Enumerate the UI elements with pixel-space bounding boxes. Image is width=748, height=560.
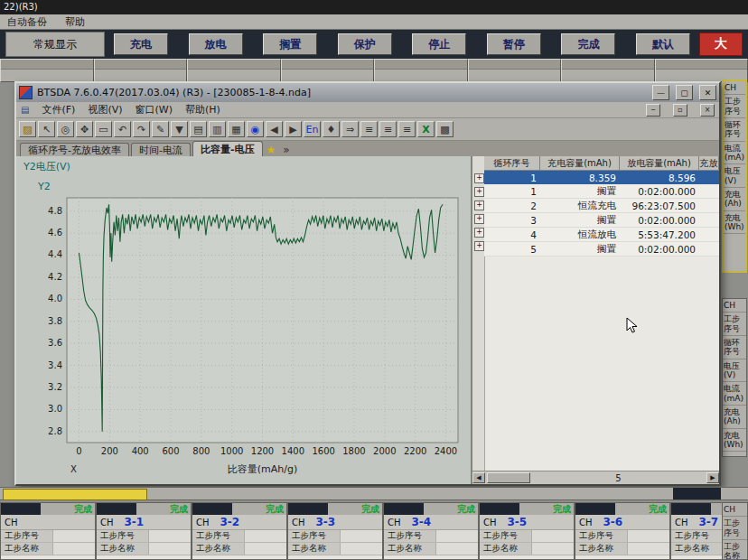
bottom-channel-cell-3-5[interactable]: 完成CH3-5工步序号工步名称	[479, 502, 575, 560]
list-icon[interactable]: ≡	[360, 121, 378, 137]
menu-2[interactable]: 窗口(W)	[135, 103, 172, 117]
close-button[interactable]: ✕	[699, 85, 716, 100]
control-button-4[interactable]: 停止	[412, 33, 466, 55]
open-file-icon[interactable]: ▨	[19, 121, 36, 137]
scroll-left-arrow[interactable]: ◀	[472, 472, 485, 483]
menu-3[interactable]: 帮助(H)	[185, 103, 220, 117]
expand-plus-icon[interactable]: +	[474, 201, 484, 210]
control-button-1[interactable]: 放电	[189, 33, 243, 55]
status-dark-block	[1, 503, 41, 515]
col-charge-capacity[interactable]: 充电容量(mAh)	[540, 156, 620, 171]
mdi-close-button[interactable]: ×	[700, 104, 715, 117]
table-header: 循环序号 充电容量(mAh) 放电容量(mAh) 充放	[484, 156, 719, 171]
channel-cell-top-4[interactable]	[374, 59, 468, 82]
excel-export-icon[interactable]: X	[417, 121, 435, 137]
step-row-2[interactable]: 2恒流充电96:23:07.500	[484, 199, 719, 213]
jump-icon[interactable]: ⇒	[341, 121, 359, 137]
pan-icon[interactable]: ✥	[76, 121, 93, 137]
expand-plus-icon[interactable]: +	[474, 228, 484, 238]
control-button-6[interactable]: 完成	[561, 33, 615, 55]
undo-icon[interactable]: ↶	[114, 121, 131, 137]
menu-1[interactable]: 视图(V)	[88, 103, 122, 117]
list-right-icon[interactable]: ≡	[398, 121, 416, 137]
save-icon[interactable]: ▥	[209, 121, 226, 137]
language-icon[interactable]: En	[304, 121, 321, 137]
side-item-1: 工步序号	[723, 313, 746, 336]
bottom-channel-cell-3-2[interactable]: 完成CH3-2工步序号工步名称	[192, 502, 287, 560]
status-dark-block	[671, 503, 711, 515]
redo-icon[interactable]: ↷	[133, 121, 150, 137]
control-button-5[interactable]: 暂停	[487, 33, 541, 55]
document-icon: ▤	[21, 105, 29, 115]
channel-cell-top-2[interactable]	[187, 59, 281, 82]
list-left-icon[interactable]: ≡	[379, 121, 397, 137]
display-mode-label[interactable]: 常规显示	[5, 32, 105, 57]
expand-plus-icon[interactable]: +	[474, 173, 484, 183]
table-hscrollbar[interactable]: ◀ 5 ▶	[472, 471, 719, 484]
step-row-5[interactable]: 5搁置0:02:00.000	[484, 242, 719, 257]
step-row-3[interactable]: 3搁置0:02:00.000	[484, 213, 719, 228]
filter-icon[interactable]: ▼	[171, 121, 188, 137]
step-row-4[interactable]: 4恒流放电5:53:47.200	[484, 228, 719, 242]
channel-cell-top-1[interactable]	[94, 59, 188, 82]
info-value	[340, 543, 382, 555]
zoom-icon[interactable]: ◎	[57, 121, 74, 137]
region-select-icon[interactable]: ▭	[95, 121, 112, 137]
channel-cell-top-3[interactable]	[281, 59, 375, 82]
step-time: 0:02:00.000	[620, 242, 699, 256]
hscroll-thumb[interactable]	[487, 472, 530, 483]
channel-cell-top-5[interactable]	[468, 59, 562, 82]
big-red-button[interactable]: 大	[699, 33, 743, 56]
channel-info-row-0: 工步序号	[575, 530, 669, 543]
folder-icon[interactable]: ▤	[190, 121, 207, 137]
bottom-channel-cell-3-6[interactable]: 完成CH3-6工步序号工步名称	[575, 502, 670, 560]
channel-status-row: 完成	[288, 503, 382, 515]
maximize-button[interactable]: ▢	[676, 85, 693, 100]
info-value	[244, 530, 286, 542]
grid-icon[interactable]: ▩	[436, 121, 453, 137]
chart-svg[interactable]: 4.84.64.44.24.03.83.63.43.23.02.80200400…	[16, 156, 471, 481]
scroll-right-arrow[interactable]: ▶	[706, 472, 719, 483]
bottom-channel-cell-3-1[interactable]: 完成CH3-1工步序号工步名称	[96, 502, 192, 560]
report-icon[interactable]: ▦	[228, 121, 245, 137]
marker-icon[interactable]: ♦	[323, 121, 340, 137]
expand-plus-icon[interactable]: +	[474, 214, 484, 224]
expand-plus-icon[interactable]: +	[474, 241, 484, 251]
desktop-menu-0[interactable]: 自动备份	[7, 15, 47, 29]
control-button-0[interactable]: 充电	[114, 33, 168, 55]
back-icon[interactable]: ◀	[266, 121, 283, 137]
minimize-button[interactable]: —	[652, 85, 669, 100]
channel-cell-top-0[interactable]	[0, 59, 94, 82]
channel-cell-top-6[interactable]	[561, 59, 655, 82]
channel-info-row-1: 工步名称	[288, 543, 382, 555]
side-item-3: 电压(V)	[723, 359, 746, 383]
menu-0[interactable]: 文件(F)	[42, 103, 75, 117]
app-hscrollbar[interactable]	[0, 487, 748, 500]
expand-plus-icon[interactable]: +	[474, 187, 484, 197]
bottom-channel-cell-3-4[interactable]: 完成CH3-4工步序号工步名称	[383, 502, 479, 560]
col-discharge-capacity[interactable]: 放电容量(mAh)	[620, 156, 699, 171]
control-button-2[interactable]: 搁置	[263, 33, 317, 55]
bottom-channel-cell-partial[interactable]: 完成CH工步序号工步名称	[0, 502, 96, 560]
info-label: 工步名称	[384, 543, 435, 555]
app-hscroll-thumb[interactable]	[3, 489, 147, 500]
globe-icon[interactable]: ◉	[247, 121, 264, 137]
channel-cell-header	[469, 60, 561, 70]
col-cycle[interactable]: 循环序号	[484, 156, 540, 171]
step-row-1[interactable]: 1搁置0:02:00.000	[484, 184, 719, 199]
cycle-row-selected[interactable]: 1 8.359 8.596	[484, 171, 719, 184]
forward-icon[interactable]: ▶	[285, 121, 302, 137]
bottom-channel-cell-3-3[interactable]: 完成CH3-3工步序号工步名称	[287, 502, 383, 560]
info-label: 工步序号	[384, 530, 435, 542]
cursor-icon[interactable]: ↖	[38, 121, 55, 137]
charge-capacity-value: 8.359	[540, 171, 620, 184]
mdi-minimize-button[interactable]: ‒	[646, 104, 660, 117]
col-efficiency-partial[interactable]: 充放	[699, 156, 719, 171]
control-button-3[interactable]: 保护	[338, 33, 392, 55]
mdi-restore-button[interactable]: ▫	[673, 104, 687, 117]
pen-icon[interactable]: ✎	[152, 121, 169, 137]
titlebar[interactable]: BTSDA 7.6.0.47(2017.03.04) (R3) - [23008…	[16, 83, 719, 102]
info-value	[627, 530, 669, 542]
control-button-7[interactable]: 默认	[636, 33, 690, 55]
desktop-menu-1[interactable]: 帮助	[65, 15, 85, 29]
